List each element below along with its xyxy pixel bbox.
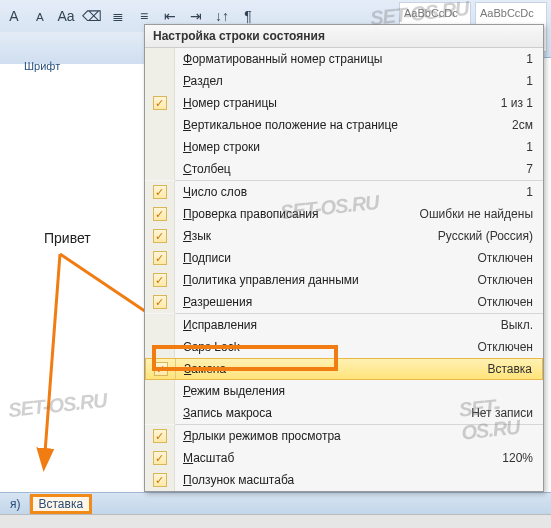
context-menu-item-value: Отключен: [469, 295, 533, 309]
context-menu-item-label: Проверка правописания: [175, 207, 412, 221]
checkmark-column: ✓: [145, 469, 175, 491]
context-menu-item-label: Caps Lock: [175, 340, 469, 354]
context-menu-item[interactable]: ✓ЗаменаВставка: [145, 358, 543, 380]
context-menu-item[interactable]: ✓РазрешенияОтключен: [145, 291, 543, 313]
context-menu-title: Настройка строки состояния: [145, 25, 543, 48]
shrink-font-icon[interactable]: A: [30, 6, 50, 26]
status-segment-language[interactable]: я): [2, 495, 30, 513]
context-menu-item-label: Режим выделения: [175, 384, 525, 398]
context-menu-item-label: Замена: [176, 362, 479, 376]
context-menu-item-value: Отключен: [469, 273, 533, 287]
checkmark-column: [145, 402, 175, 424]
checkmark-column: [145, 158, 175, 180]
grow-font-icon[interactable]: A: [4, 6, 24, 26]
context-menu-item[interactable]: Запись макросаНет записи: [145, 402, 543, 424]
context-menu-item-label: Политика управления данными: [175, 273, 469, 287]
context-menu-item-value: 1: [518, 74, 533, 88]
context-menu-item-value: 2см: [504, 118, 533, 132]
context-menu-item-value: 1: [518, 52, 533, 66]
context-menu-item[interactable]: ✓Номер страницы1 из 1: [145, 92, 543, 114]
context-menu-item[interactable]: ✓Число слов1: [145, 181, 543, 203]
checkmark-column: [145, 314, 175, 336]
context-menu-item[interactable]: ✓Проверка правописанияОшибки не найдены: [145, 203, 543, 225]
check-icon: ✓: [153, 295, 167, 309]
checkmark-column: ✓: [146, 359, 176, 379]
checkmark-column: [145, 380, 175, 402]
context-menu-item[interactable]: ✓ЯзыкРусский (Россия): [145, 225, 543, 247]
context-menu-item[interactable]: Caps LockОтключен: [145, 336, 543, 358]
check-icon: ✓: [153, 429, 167, 443]
context-menu-item[interactable]: Столбец7: [145, 158, 543, 180]
context-menu-item-value: 120%: [494, 451, 533, 465]
context-menu-item-value: Ошибки не найдены: [412, 207, 533, 221]
checkmark-column: ✓: [145, 203, 175, 225]
checkmark-column: ✓: [145, 225, 175, 247]
check-icon: ✓: [153, 251, 167, 265]
check-icon: ✓: [153, 273, 167, 287]
check-icon: ✓: [153, 229, 167, 243]
context-menu-item[interactable]: ✓Масштаб120%: [145, 447, 543, 469]
checkmark-column: ✓: [145, 92, 175, 114]
context-menu-item-label: Столбец: [175, 162, 518, 176]
context-menu-item[interactable]: Форматированный номер страницы1: [145, 48, 543, 70]
check-icon: ✓: [153, 473, 167, 487]
context-menu-item-value: Нет записи: [463, 406, 533, 420]
context-menu-item[interactable]: Режим выделения: [145, 380, 543, 402]
bottom-gray-bar: [0, 514, 551, 528]
ribbon-icons-row1: A A Aa ⌫ ≣ ≡ ⇤ ⇥ ↓↑ ¶: [4, 6, 258, 26]
checkmark-column: ✓: [145, 181, 175, 203]
context-menu-item-value: Выкл.: [493, 318, 533, 332]
status-bar: я) Вставка: [0, 492, 551, 514]
context-menu-item-label: Ползунок масштаба: [175, 473, 525, 487]
context-menu-item-label: Раздел: [175, 74, 518, 88]
checkmark-column: ✓: [145, 425, 175, 447]
context-menu-item[interactable]: ✓Ярлыки режимов просмотра: [145, 425, 543, 447]
context-menu-item-value: 1: [518, 140, 533, 154]
sort-icon[interactable]: ↓↑: [212, 6, 232, 26]
check-icon: ✓: [154, 362, 168, 376]
paragraph-marks-icon[interactable]: ¶: [238, 6, 258, 26]
checkmark-column: [145, 48, 175, 70]
context-menu-item-label: Номер страницы: [175, 96, 493, 110]
check-icon: ✓: [153, 96, 167, 110]
context-menu-item-label: Язык: [175, 229, 430, 243]
context-menu-item[interactable]: ✓ПодписиОтключен: [145, 247, 543, 269]
context-menu-item-label: Исправления: [175, 318, 493, 332]
context-menu-item-label: Вертикальное положение на странице: [175, 118, 504, 132]
checkmark-column: ✓: [145, 269, 175, 291]
check-icon: ✓: [153, 451, 167, 465]
checkmark-column: ✓: [145, 291, 175, 313]
checkmark-column: [145, 114, 175, 136]
context-menu-body: Форматированный номер страницы1Раздел1✓Н…: [145, 48, 543, 491]
context-menu-item[interactable]: Вертикальное положение на странице2см: [145, 114, 543, 136]
check-icon: ✓: [153, 207, 167, 221]
checkmark-column: [145, 136, 175, 158]
check-icon: ✓: [153, 185, 167, 199]
context-menu-item-label: Число слов: [175, 185, 518, 199]
status-bar-context-menu: Настройка строки состояния Форматированн…: [144, 24, 544, 492]
context-menu-item-label: Запись макроса: [175, 406, 463, 420]
clear-format-icon[interactable]: ⌫: [82, 6, 102, 26]
document-text: Привет: [44, 230, 91, 246]
list-numbers-icon[interactable]: ≡: [134, 6, 154, 26]
context-menu-item[interactable]: ✓Ползунок масштаба: [145, 469, 543, 491]
checkmark-column: ✓: [145, 447, 175, 469]
context-menu-item-value: 7: [518, 162, 533, 176]
checkmark-column: ✓: [145, 247, 175, 269]
change-case-icon[interactable]: Aa: [56, 6, 76, 26]
context-menu-item-label: Разрешения: [175, 295, 469, 309]
checkmark-column: [145, 336, 175, 358]
indent-right-icon[interactable]: ⇥: [186, 6, 206, 26]
context-menu-item-label: Номер строки: [175, 140, 518, 154]
context-menu-item-value: Отключен: [469, 340, 533, 354]
context-menu-item-value: Вставка: [479, 362, 532, 376]
context-menu-item-value: 1 из 1: [493, 96, 533, 110]
context-menu-item[interactable]: ✓Политика управления даннымиОтключен: [145, 269, 543, 291]
context-menu-item-label: Форматированный номер страницы: [175, 52, 518, 66]
context-menu-item[interactable]: ИсправленияВыкл.: [145, 314, 543, 336]
status-segment-overtype[interactable]: Вставка: [30, 494, 93, 514]
list-bullets-icon[interactable]: ≣: [108, 6, 128, 26]
context-menu-item[interactable]: Раздел1: [145, 70, 543, 92]
indent-left-icon[interactable]: ⇤: [160, 6, 180, 26]
context-menu-item[interactable]: Номер строки1: [145, 136, 543, 158]
